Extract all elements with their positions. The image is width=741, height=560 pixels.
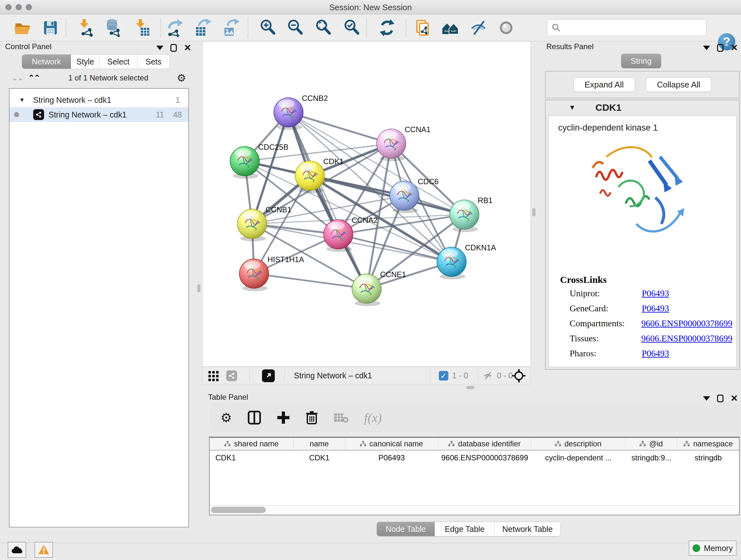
export-table-button[interactable] [192,17,213,38]
float-panel-icon[interactable] [703,396,710,401]
float-panel-icon[interactable] [156,46,163,50]
gear-icon[interactable]: ⚙ [177,72,186,84]
tissues-link[interactable]: 9606.ENSP00000378699 [642,333,732,348]
collapse-all-icon[interactable]: ⌄⌄ [11,73,23,82]
network-node-rb1[interactable] [450,200,479,229]
clone-network-button[interactable] [412,17,432,38]
close-panel-icon[interactable]: ✕ [184,44,191,52]
node-table: shared name name canonical name database… [209,437,740,515]
network-row-selected[interactable]: String Network – cdk1 11 48 [10,107,188,122]
collection-expand-icon[interactable]: ▼ [19,97,25,104]
network-node-ccnb1[interactable] [238,209,267,239]
protein-section-header[interactable]: ▼ CDK1 [546,100,739,115]
float-panel-icon[interactable] [703,46,710,50]
open-session-button[interactable] [12,17,32,38]
export-image-icon [222,18,240,37]
network-graph[interactable]: CCNB2CCNA1CDC25BCDK1CDC6RB1CCNB1CCNA2CDK… [203,42,530,366]
results-panel-title: Results Panel [546,42,594,51]
column-header[interactable]: database identifier [438,438,531,450]
grid-view-button[interactable] [208,367,220,384]
close-panel-icon[interactable]: ✕ [731,395,738,402]
add-column-icon[interactable] [277,411,290,424]
table-panel-title: Table Panel [208,393,248,401]
expand-all-icon[interactable]: ⌃⌃ [28,73,40,82]
table-type-tabs: Node Table Edge Table Network Table [377,522,561,537]
first-neighbors-button[interactable] [440,17,461,38]
delete-table-icon[interactable] [333,412,349,424]
results-tab-string[interactable]: String [621,54,661,68]
network-node-cdc6[interactable] [390,181,419,210]
title-bar: Session: New Session [0,0,741,14]
column-header[interactable]: canonical name [345,438,438,450]
maximize-panel-icon[interactable] [171,44,177,52]
tab-edge-table[interactable]: Edge Table [435,522,495,536]
collection-name: String Network – cdk1 [33,96,111,105]
selected-checkbox-icon[interactable]: ✓ [439,371,448,381]
export-network-button[interactable] [165,17,185,38]
section-expand-icon[interactable]: ▼ [569,104,576,112]
search-input[interactable] [564,23,702,32]
column-header[interactable]: @id [625,438,677,450]
cloud-status-button[interactable] [8,542,26,558]
control-panel-title: Control Panel [5,42,51,51]
pharos-link[interactable]: P06493 [642,348,669,363]
export-image-button[interactable] [221,17,241,38]
column-header[interactable]: name [293,438,345,450]
column-header[interactable]: namespace [677,438,739,450]
refresh-button[interactable] [377,17,397,38]
import-table-button[interactable] [132,17,153,38]
uniprot-link[interactable]: P06493 [642,288,669,303]
genecard-link[interactable]: P06493 [642,303,669,318]
show-columns-icon[interactable] [247,410,261,425]
save-session-button[interactable] [40,17,61,38]
import-network-file-button[interactable] [76,17,97,38]
tab-network-table[interactable]: Network Table [495,522,560,536]
warning-status-button[interactable] [35,542,53,558]
import-network-database-button[interactable] [103,17,124,38]
zoom-fit-button[interactable] [313,17,334,38]
network-node-ccna1[interactable] [377,129,406,159]
tab-select[interactable]: Select [99,55,138,69]
tab-sets[interactable]: Sets [138,55,170,69]
tab-node-table[interactable]: Node Table [377,522,435,536]
network-node-cdc25b[interactable] [230,146,259,176]
network-node-ccna2[interactable] [324,220,353,249]
network-node-hist1h1a[interactable] [239,259,269,288]
footer-separator [430,369,430,382]
column-header[interactable]: description [531,438,625,450]
maximize-panel-icon[interactable] [717,395,724,402]
birdseye-toggle-button[interactable] [512,367,526,384]
show-all-button[interactable] [496,17,516,38]
hide-selected-button[interactable] [468,17,488,38]
collapse-all-button[interactable]: Collapse All [646,77,712,92]
column-header[interactable]: shared name [210,438,293,450]
memory-button[interactable]: Memory [689,541,737,556]
network-node-cdkn1a[interactable] [437,247,466,276]
network-canvas[interactable]: CCNB2CCNA1CDC25BCDK1CDC6RB1CCNB1CCNA2CDK… [202,41,531,367]
open-folder-icon [13,18,31,37]
delete-column-trash-icon[interactable] [306,410,318,425]
maximize-panel-icon[interactable] [717,44,724,52]
tab-network[interactable]: Network [22,55,71,69]
network-node-cdk1[interactable] [295,161,325,190]
zoom-out-button[interactable] [285,17,306,38]
table-settings-gear-icon[interactable]: ⚙ [220,410,232,425]
table-row[interactable]: CDK1 CDK1 P06493 9606.ENSP00000378699 cy… [210,450,739,465]
compartments-link[interactable]: 9606.ENSP00000378699 [642,318,732,333]
scrollbar-thumb[interactable] [211,507,266,513]
expand-all-button[interactable]: Expand All [574,77,635,92]
detach-view-button[interactable] [262,367,275,384]
zoom-in-button[interactable] [258,17,278,38]
function-builder-icon[interactable]: f(x) [364,410,382,425]
horizontal-splitter-handle[interactable] [466,386,475,389]
network-node-ccne1[interactable] [352,274,381,303]
left-splitter-handle[interactable] [197,284,200,293]
right-splitter-handle[interactable] [532,208,536,216]
close-panel-icon[interactable]: ✕ [731,44,738,52]
memory-status-dot [692,544,700,552]
tab-style[interactable]: Style [71,55,99,69]
network-view-button[interactable] [226,367,237,384]
network-collection-row[interactable]: ▼ String Network – cdk1 1 [10,92,188,107]
zoom-selected-button[interactable] [342,17,362,38]
network-node-ccnb2[interactable] [274,98,303,127]
